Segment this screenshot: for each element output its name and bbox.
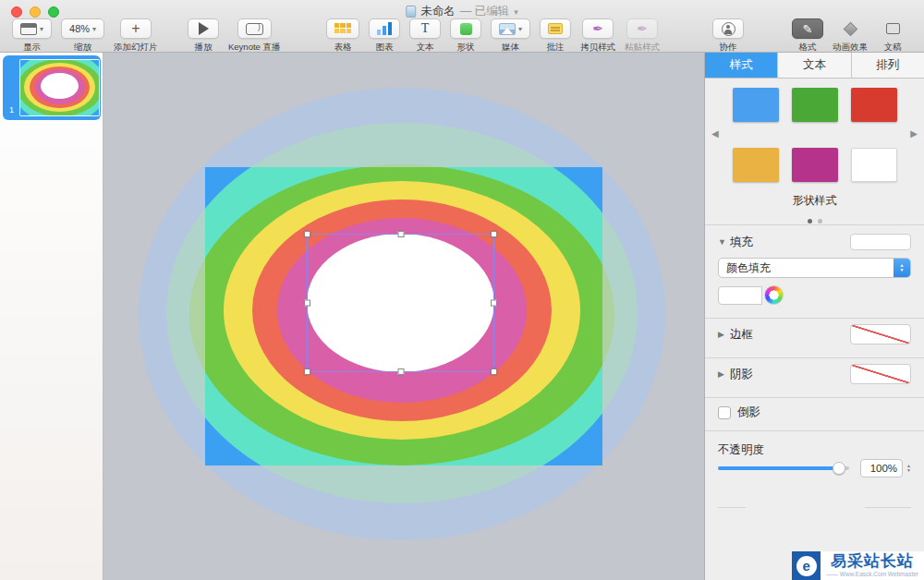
collaborate-button[interactable]: 协作 bbox=[712, 18, 744, 54]
comment-button[interactable]: 批注 bbox=[540, 18, 571, 54]
fill-type-dropdown[interactable]: 颜色填充 ▲▼ bbox=[718, 258, 911, 278]
text-button[interactable]: T 文本 bbox=[409, 18, 441, 54]
close-window-button[interactable] bbox=[11, 6, 22, 18]
title-text: 未命名 bbox=[420, 4, 456, 19]
format-button[interactable]: ✎ 格式 bbox=[792, 18, 823, 54]
media-button[interactable]: ▾ 媒体 bbox=[491, 18, 530, 54]
border-label: 边框 bbox=[730, 327, 753, 343]
edited-status: — 已编辑 bbox=[460, 4, 509, 19]
fill-section-header: ▼ 填充 bbox=[718, 234, 911, 250]
shape-style-swatches bbox=[733, 88, 896, 182]
play-icon bbox=[199, 22, 209, 35]
zoom-level-button[interactable]: 48%▾ 缩放 bbox=[61, 18, 104, 54]
selection-handle-n[interactable] bbox=[397, 231, 404, 237]
shadow-none-well[interactable] bbox=[850, 364, 911, 384]
tab-text[interactable]: 文本 bbox=[778, 53, 851, 78]
keynote-live-icon bbox=[246, 23, 263, 35]
style-swatch[interactable] bbox=[851, 148, 897, 182]
opacity-slider[interactable] bbox=[718, 466, 849, 470]
chart-icon bbox=[377, 22, 392, 35]
selection-handle-se[interactable] bbox=[491, 369, 497, 375]
copy-style-button[interactable]: ✒ 拷贝样式 bbox=[580, 18, 615, 54]
paste-style-button[interactable]: ✒ 粘贴样式 bbox=[625, 18, 660, 54]
watermark-title: 易采站长站 bbox=[831, 552, 914, 571]
border-none-well[interactable] bbox=[850, 324, 911, 344]
fill-color-well[interactable] bbox=[850, 234, 911, 250]
opacity-value-field[interactable]: 100% bbox=[860, 459, 903, 477]
disclosure-right-icon[interactable]: ▶ bbox=[718, 369, 730, 379]
style-swatch[interactable] bbox=[792, 88, 838, 122]
paste-style-icon: ✒ bbox=[637, 21, 648, 36]
disclosure-right-icon[interactable]: ▶ bbox=[718, 330, 730, 339]
styles-next-arrow-icon[interactable]: ▶ bbox=[910, 128, 918, 139]
zoom-value: 48% bbox=[69, 23, 90, 34]
opacity-stepper-icon[interactable]: ▲▼ bbox=[906, 464, 911, 473]
slider-knob[interactable] bbox=[833, 462, 845, 475]
zoom-window-button[interactable] bbox=[48, 6, 59, 18]
tab-arrange[interactable]: 排列 bbox=[852, 53, 924, 78]
tab-style[interactable]: 样式 bbox=[705, 53, 778, 78]
selection-handle-s[interactable] bbox=[397, 369, 404, 375]
view-icon bbox=[20, 23, 37, 35]
border-section-header: ▶ 边框 bbox=[718, 324, 911, 344]
shadow-label: 阴影 bbox=[730, 367, 753, 382]
style-swatch[interactable] bbox=[792, 148, 838, 182]
reflection-label: 倒影 bbox=[737, 405, 760, 420]
fill-type-value: 颜色填充 bbox=[719, 260, 894, 276]
collaborate-icon bbox=[722, 22, 736, 36]
title-chevron-icon[interactable]: ▾ bbox=[514, 7, 518, 17]
plus-icon: + bbox=[131, 21, 140, 36]
format-inspector: 样式 文本 排列 ◀ ▶ 形状样式 ▼ 填充 颜色填充 ▲▼ ▶ 边框 bbox=[704, 53, 924, 580]
style-swatch[interactable] bbox=[851, 88, 897, 122]
selection-handle-w[interactable] bbox=[304, 300, 310, 307]
ellipse-white[interactable] bbox=[41, 73, 79, 99]
table-icon bbox=[334, 23, 351, 35]
disclosure-down-icon[interactable]: ▼ bbox=[718, 237, 730, 247]
current-fill-swatch[interactable] bbox=[718, 286, 762, 305]
table-button[interactable]: 表格 bbox=[326, 18, 359, 54]
selection-handle-nw[interactable] bbox=[304, 231, 310, 237]
reflection-checkbox[interactable] bbox=[718, 406, 731, 419]
chart-button[interactable]: 图表 bbox=[369, 18, 400, 54]
slide-thumbnail-selected[interactable]: 1 bbox=[3, 55, 101, 120]
color-wheel-icon[interactable] bbox=[764, 285, 784, 305]
styles-prev-arrow-icon[interactable]: ◀ bbox=[711, 128, 719, 139]
inspector-tabs: 样式 文本 排列 bbox=[705, 53, 924, 79]
opacity-controls: 100% ▲▼ bbox=[718, 459, 911, 477]
selection-handle-e[interactable] bbox=[491, 300, 497, 307]
fill-label: 填充 bbox=[730, 235, 753, 250]
style-swatch[interactable] bbox=[733, 148, 779, 182]
document-icon bbox=[886, 23, 900, 34]
document-proxy-icon bbox=[406, 6, 416, 18]
selection-handle-ne[interactable] bbox=[491, 231, 497, 237]
minimize-window-button[interactable] bbox=[30, 6, 41, 18]
media-icon bbox=[499, 23, 516, 35]
slide-navigator: 1 bbox=[0, 53, 103, 580]
watermark-subtitle: —— Www.Easck.Com Webmaster bbox=[826, 571, 918, 578]
slide-canvas[interactable] bbox=[103, 53, 704, 580]
selection-outline bbox=[307, 234, 494, 372]
view-button[interactable]: ▾ 显示 bbox=[12, 18, 52, 54]
slide-thumbnail-image[interactable] bbox=[19, 59, 100, 116]
blue-rectangle[interactable] bbox=[20, 60, 100, 116]
copy-style-icon: ✒ bbox=[592, 21, 603, 36]
window-controls bbox=[11, 6, 59, 18]
reflection-row: 倒影 bbox=[718, 405, 911, 420]
fill-color-row bbox=[718, 285, 911, 305]
dropdown-stepper-icon: ▲▼ bbox=[894, 259, 910, 277]
keynote-live-button[interactable]: Keynote 直播 bbox=[228, 18, 281, 54]
shape-button[interactable]: 形状 bbox=[450, 18, 481, 54]
slide-number: 1 bbox=[9, 105, 14, 115]
document-title: 未命名 — 已编辑 ▾ bbox=[406, 4, 518, 19]
opacity-header: 不透明度 bbox=[718, 442, 911, 458]
play-button[interactable]: 播放 bbox=[188, 18, 219, 54]
animate-button[interactable]: 动画效果 bbox=[833, 18, 868, 54]
document-button[interactable]: 文稿 bbox=[877, 18, 908, 54]
shape-styles-label: 形状样式 bbox=[705, 193, 924, 209]
comment-icon bbox=[548, 23, 563, 34]
text-icon: T bbox=[421, 21, 430, 36]
add-slide-button[interactable]: + 添加幻灯片 bbox=[114, 18, 158, 54]
selection-handle-sw[interactable] bbox=[304, 369, 310, 375]
shape-icon bbox=[460, 23, 472, 35]
style-swatch[interactable] bbox=[733, 88, 779, 122]
